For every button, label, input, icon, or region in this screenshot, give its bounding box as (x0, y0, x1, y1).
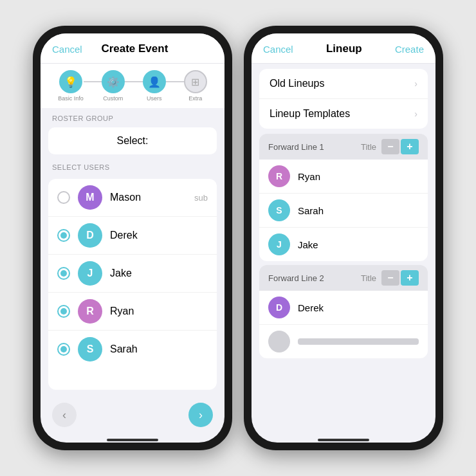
cancel-button-right[interactable]: Cancel (263, 44, 293, 55)
line-title-2: Forward Line 2 (268, 273, 324, 283)
page-title-left: Create Event (101, 42, 168, 55)
player-name-sarah: Sarah (298, 205, 324, 216)
avatar-ryan: R (78, 299, 102, 324)
step-custom[interactable]: ⚙️ Custom (102, 70, 125, 102)
steps-bar: 💡 Basic Info ⚙️ Custom 👤 Users ⊞ Extra (41, 64, 224, 108)
avatar-mason: M (78, 185, 102, 210)
nav-bar-right: Cancel Lineup Create (252, 33, 435, 64)
lineup-scroll: Old Lineups › Lineup Templates › Forward… (252, 64, 435, 435)
select-users-label: SELECT USERS (41, 157, 224, 174)
plus-button-1[interactable]: + (401, 139, 419, 154)
step-icon-users: 👤 (143, 70, 166, 93)
user-list: M Mason sub D Derek J Jake (48, 179, 217, 390)
line-group-2: Forward Line 2 Title − + D Derek (259, 265, 428, 358)
user-row-ryan[interactable]: R Ryan (48, 293, 217, 331)
player-row-jake[interactable]: J Jake (259, 228, 428, 261)
radio-mason[interactable] (57, 191, 70, 204)
menu-list: Old Lineups › Lineup Templates › (259, 69, 428, 129)
old-lineups-item[interactable]: Old Lineups › (259, 69, 428, 99)
step-icon-extra: ⊞ (184, 70, 207, 93)
sub-badge-mason: sub (194, 193, 208, 203)
chevron-lineup-templates: › (414, 109, 417, 119)
avatar-derek-lineup: D (268, 297, 290, 318)
bottom-nav-left: ‹ › (41, 395, 224, 435)
step-line-1 (84, 81, 102, 82)
create-button[interactable]: Create (395, 44, 424, 55)
user-row-sarah[interactable]: S Sarah (48, 331, 217, 368)
player-name-jake: Jake (298, 239, 318, 250)
step-users[interactable]: 👤 Users (143, 70, 166, 102)
screen-left: Cancel Create Event 💡 Basic Info ⚙️ Cust… (41, 33, 224, 443)
user-row-mason[interactable]: M Mason sub (48, 179, 217, 217)
page-title-right: Lineup (326, 42, 362, 55)
step-icon-custom: ⚙️ (102, 70, 125, 93)
step-line-3 (166, 81, 184, 82)
step-label-extra: Extra (188, 95, 202, 102)
player-name-derek: Derek (298, 302, 324, 313)
roster-select[interactable]: Select: (48, 127, 217, 154)
roster-group-label: ROSTER GROUP (41, 108, 224, 125)
line-players-2: D Derek (259, 291, 428, 358)
player-row-derek[interactable]: D Derek (259, 291, 428, 325)
step-icon-basic: 💡 (59, 70, 82, 93)
radio-derek[interactable] (57, 229, 70, 242)
avatar-jake: J (78, 261, 102, 286)
minus-button-1[interactable]: − (381, 139, 399, 154)
avatar-ghost (268, 331, 290, 352)
step-extra[interactable]: ⊞ Extra (184, 70, 207, 102)
avatar-ryan-lineup: R (268, 165, 290, 187)
step-label-basic: Basic Info (58, 95, 84, 102)
step-line-2 (125, 81, 143, 82)
avatar-derek: D (78, 223, 102, 248)
user-name-mason: Mason (110, 192, 187, 203)
avatar-sarah-lineup: S (268, 199, 290, 221)
line-controls-2: − + (381, 270, 419, 286)
back-button[interactable]: ‹ (52, 403, 77, 427)
user-row-jake[interactable]: J Jake (48, 255, 217, 293)
step-label-custom: Custom (103, 95, 123, 102)
chevron-old-lineups: › (414, 78, 417, 89)
plus-button-2[interactable]: + (401, 270, 419, 286)
lineup-templates-item[interactable]: Lineup Templates › (259, 99, 428, 129)
line-header-1: Forward Line 1 Title − + (259, 134, 428, 160)
step-basic-info[interactable]: 💡 Basic Info (58, 70, 84, 102)
lineup-templates-label: Lineup Templates (270, 108, 350, 120)
radio-jake[interactable] (57, 267, 70, 280)
user-name-derek: Derek (110, 230, 208, 241)
line-group-1: Forward Line 1 Title − + R Ryan (259, 134, 428, 261)
step-label-users: Users (147, 95, 162, 102)
user-name-ryan: Ryan (110, 306, 208, 317)
user-row-derek[interactable]: D Derek (48, 217, 217, 255)
line-controls-1: − + (381, 139, 419, 154)
nav-bar-left: Cancel Create Event (41, 33, 224, 64)
player-row-ryan[interactable]: R Ryan (259, 160, 428, 194)
line-players-1: R Ryan S Sarah J Jake (259, 160, 428, 261)
line-header-2: Forward Line 2 Title − + (259, 265, 428, 291)
user-name-sarah: Sarah (110, 343, 208, 355)
old-lineups-label: Old Lineups (270, 78, 324, 89)
minus-button-2[interactable]: − (381, 270, 399, 286)
radio-ryan[interactable] (57, 305, 70, 318)
player-row-ghost (259, 325, 428, 358)
ghost-name-line (298, 338, 419, 345)
cancel-button-left[interactable]: Cancel (52, 44, 82, 55)
home-indicator-right (318, 439, 369, 441)
avatar-jake-lineup: J (268, 233, 290, 255)
forward-button[interactable]: › (188, 403, 213, 427)
line-title-right-1: Title (361, 142, 376, 152)
line-title-1: Forward Line 1 (268, 142, 324, 152)
home-indicator-left (107, 439, 158, 441)
phone-right: Cancel Lineup Create Old Lineups › Lineu… (244, 26, 443, 450)
phone-left: Cancel Create Event 💡 Basic Info ⚙️ Cust… (33, 26, 232, 450)
line-title-right-2: Title (361, 273, 376, 283)
user-name-jake: Jake (110, 268, 208, 279)
screen-right: Cancel Lineup Create Old Lineups › Lineu… (252, 33, 435, 443)
player-row-sarah[interactable]: S Sarah (259, 194, 428, 228)
player-name-ryan: Ryan (298, 171, 320, 182)
radio-sarah[interactable] (57, 343, 70, 356)
avatar-sarah: S (78, 337, 102, 362)
